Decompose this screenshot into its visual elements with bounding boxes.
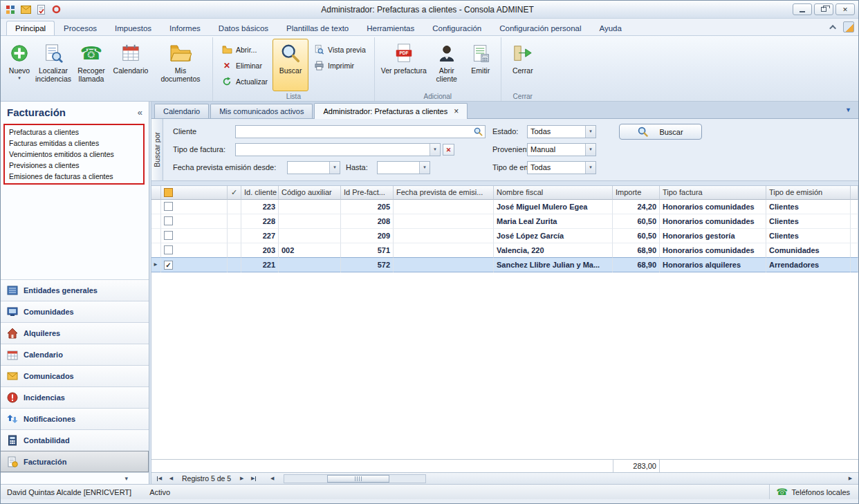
sidebar-item-alquileres[interactable]: Alquileres xyxy=(1,322,149,344)
link-facturas-emitidas[interactable]: Facturas emitidas a clientes xyxy=(5,138,143,149)
mis-documentos-button[interactable]: Mis documentos xyxy=(152,39,209,91)
tipo-factura-combo[interactable]: ▼ xyxy=(235,143,441,156)
fecha-desde-combo[interactable]: ▼ xyxy=(287,161,340,174)
doc-tab-calendario[interactable]: Calendario xyxy=(154,104,209,118)
style-panel-icon[interactable] xyxy=(843,21,854,32)
horizontal-scrollbar[interactable] xyxy=(284,474,426,483)
sidebar-item-contabilidad[interactable]: Contabilidad xyxy=(1,429,149,451)
first-record-button[interactable]: ◀ xyxy=(154,474,165,483)
ribbon-tab-datos-basicos[interactable]: Datos básicos xyxy=(210,21,277,35)
cliente-input[interactable] xyxy=(235,125,486,138)
table-row[interactable]: 227 209 José López García 60,50 Honorari… xyxy=(151,229,858,243)
link-emisiones-de-facturas[interactable]: Emisiones de facturas a clientes xyxy=(5,171,143,182)
ribbon-tab-principal[interactable]: Principal xyxy=(6,21,55,35)
tipo-factura-dropdown-icon[interactable]: ▼ xyxy=(430,144,440,156)
row-checkbox[interactable] xyxy=(164,245,173,254)
ribbon-tab-impuestos[interactable]: Impuestos xyxy=(106,21,160,35)
actualizar-button[interactable]: Actualizar xyxy=(218,74,271,88)
restore-button[interactable] xyxy=(814,3,833,15)
ribbon-tab-herramientas[interactable]: Herramientas xyxy=(358,21,423,35)
ribbon-tab-configuracion-personal[interactable]: Configuración personal xyxy=(490,21,590,35)
row-checkbox[interactable] xyxy=(164,202,173,211)
hasta-combo[interactable]: ▼ xyxy=(377,161,430,174)
sidebar-expand-icon[interactable]: ▾ xyxy=(124,475,128,482)
sidebar-collapse-button[interactable]: « xyxy=(138,107,142,118)
ribbon-tab-informes[interactable]: Informes xyxy=(160,21,210,35)
table-row[interactable]: 228 208 Maria Leal Zurita 60,50 Honorari… xyxy=(151,214,858,229)
scroll-left-button[interactable]: ◀ xyxy=(266,474,278,483)
abrir-cliente-button[interactable]: Abrir cliente xyxy=(430,39,464,91)
ver-prefactura-button[interactable]: PDF Ver prefactura xyxy=(378,39,430,91)
column-header-tipo-factura[interactable]: Tipo factura xyxy=(660,186,766,200)
estado-combo[interactable]: Todas ▼ xyxy=(527,125,596,138)
estado-dropdown-icon[interactable]: ▼ xyxy=(585,126,595,138)
sidebar-item-notificaciones[interactable]: Notificaciones xyxy=(1,408,149,429)
collapse-ribbon-button[interactable] xyxy=(828,21,839,32)
column-header-fecha-prevista[interactable]: Fecha prevista de emisi... xyxy=(394,186,494,200)
buscar-ribbon-button[interactable]: Buscar xyxy=(273,39,308,91)
table-row[interactable]: 203 002 571 Valencia, 220 68,90 Honorari… xyxy=(151,243,858,258)
fecha-desde-dropdown-icon[interactable]: ▼ xyxy=(329,162,340,174)
eliminar-button[interactable]: ✕ Eliminar xyxy=(218,58,271,73)
ribbon-tab-procesos[interactable]: Procesos xyxy=(55,21,106,35)
column-header-nombre-fiscal[interactable]: Nombre fiscal xyxy=(494,186,613,200)
sidebar-item-calendario[interactable]: Calendario xyxy=(1,344,149,365)
abrir-button[interactable]: Abrir... xyxy=(218,42,271,57)
buscar-button[interactable]: Buscar xyxy=(619,124,702,140)
record-icon[interactable] xyxy=(50,3,62,16)
next-record-button[interactable]: ▶ xyxy=(236,474,248,483)
tipo-emision-dropdown-icon[interactable]: ▼ xyxy=(585,162,595,174)
select-all-checkbox[interactable] xyxy=(164,188,173,197)
column-header-importe[interactable]: Importe xyxy=(613,186,660,200)
localizar-incidencias-button[interactable]: Localizar incidencias xyxy=(33,39,73,91)
buscar-por-tab[interactable]: Buscar por xyxy=(151,119,163,180)
column-header-tipo-emision[interactable]: Tipo de emisión xyxy=(766,186,851,200)
sidebar-item-comunicados[interactable]: Comunicados xyxy=(1,365,149,386)
column-header-id-cliente[interactable]: Id. cliente xyxy=(241,186,279,200)
cerrar-button[interactable]: Cerrar xyxy=(505,39,541,91)
emitir-button[interactable]: Emitir xyxy=(464,39,497,91)
sidebar-item-incidencias[interactable]: Incidencias xyxy=(1,386,149,408)
column-header-id-prefactura[interactable]: Id Pre-fact... xyxy=(341,186,394,200)
telefonos-locales-button[interactable]: ☎ Teléfonos locales xyxy=(769,485,858,499)
tab-list-dropdown-icon[interactable]: ▼ xyxy=(845,106,851,113)
imprimir-button[interactable]: Imprimir xyxy=(310,58,369,73)
nuevo-button[interactable]: Nuevo ▾ xyxy=(6,39,33,91)
tipo-factura-clear-button[interactable]: ✕ xyxy=(443,144,454,156)
sidebar-item-comunidades[interactable]: Comunidades xyxy=(1,301,149,322)
link-prefacturas-a-clientes[interactable]: Prefacturas a clientes xyxy=(5,127,143,138)
app-icon[interactable] xyxy=(4,3,17,16)
link-vencimientos-emitidos[interactable]: Vencimientos emitidos a clientes xyxy=(5,149,143,160)
ribbon-tab-plantillas[interactable]: Plantillas de texto xyxy=(277,21,358,35)
row-checkbox[interactable] xyxy=(164,231,173,240)
calendario-ribbon-button[interactable]: Calendario xyxy=(109,39,152,91)
last-record-button[interactable]: ▶ xyxy=(248,474,259,483)
proveniente-dropdown-icon[interactable]: ▼ xyxy=(585,144,595,156)
doc-tab-mis-comunicados[interactable]: Mis comunicados activos xyxy=(210,104,313,118)
document-check-icon[interactable] xyxy=(35,3,47,16)
sidebar-item-entidades-generales[interactable]: Entidades generales xyxy=(1,279,149,301)
proveniente-combo[interactable]: Manual ▼ xyxy=(527,143,596,156)
previous-record-button[interactable]: ◀ xyxy=(165,474,177,483)
recoger-llamada-button[interactable]: ☎ Recoger llamada xyxy=(73,39,109,91)
link-previsiones-a-clientes[interactable]: Previsiones a clientes xyxy=(5,160,143,171)
ribbon-tab-ayuda[interactable]: Ayuda xyxy=(591,21,631,35)
sidebar-item-facturacion[interactable]: Facturación xyxy=(1,451,149,472)
ribbon-tab-configuracion[interactable]: Configuración xyxy=(423,21,490,35)
hasta-dropdown-icon[interactable]: ▼ xyxy=(419,162,430,174)
table-row-selected[interactable]: ► ✓ 221 572 Sanchez Llibre Julian y Ma..… xyxy=(151,258,858,272)
cliente-search-icon[interactable] xyxy=(474,127,483,136)
tipo-emision-combo[interactable]: Todas ▼ xyxy=(527,161,596,174)
doc-tab-prefacturas[interactable]: Administrador: Prefacturas a clientes × xyxy=(314,103,468,119)
vista-previa-button[interactable]: Vista previa xyxy=(310,42,369,57)
scrollbar-thumb[interactable] xyxy=(327,475,389,483)
mail-icon[interactable] xyxy=(19,3,32,16)
row-checkbox[interactable] xyxy=(164,216,173,225)
minimize-button[interactable] xyxy=(793,3,812,15)
column-header-codigo-auxiliar[interactable]: Código auxiliar xyxy=(279,186,341,200)
table-row[interactable]: 223 205 José Miguel Mulero Egea 24,20 Ho… xyxy=(151,200,858,214)
tab-close-icon[interactable]: × xyxy=(454,108,459,115)
scroll-right-button[interactable]: ▶ xyxy=(844,474,856,483)
row-checkbox-checked[interactable]: ✓ xyxy=(164,261,173,270)
close-button[interactable]: ✕ xyxy=(835,3,855,15)
